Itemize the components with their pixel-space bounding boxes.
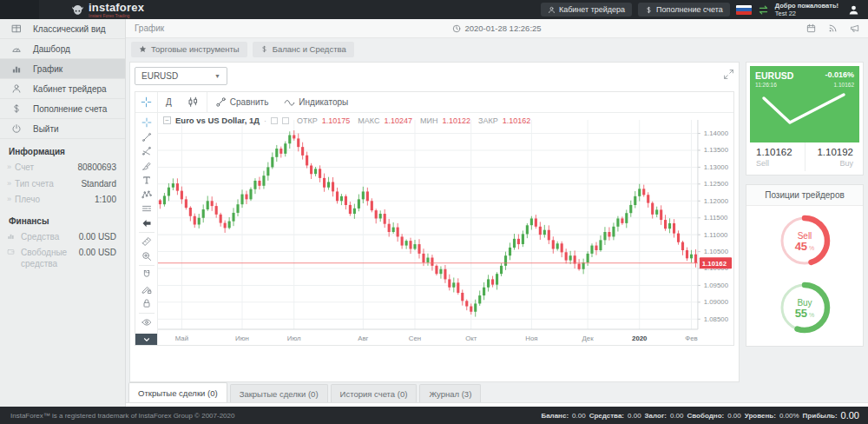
trend-line-tool-button[interactable]: [135, 130, 157, 145]
high-label: МАКС: [358, 116, 379, 125]
balance-funds-button[interactable]: Баланс и Средства: [253, 42, 354, 57]
text-tool-button[interactable]: [135, 173, 157, 188]
timeframe-button[interactable]: Д: [158, 92, 180, 112]
eye-tool-button[interactable]: [135, 315, 157, 330]
crosshair-tool-button[interactable]: [135, 92, 158, 112]
zoom-in-tool-button[interactable]: [135, 249, 157, 264]
sell-percent-unit: %: [809, 245, 814, 251]
sidebar-item-0[interactable]: Классический вид: [0, 19, 125, 39]
chart-legend: − Euro vs US Dollar, 1Д · ОТКР 1.10175 М…: [163, 116, 530, 125]
indicators-button[interactable]: Индикаторы: [276, 92, 356, 112]
xabcd-pattern-tool-button[interactable]: [135, 188, 157, 202]
language-flag-russian[interactable]: [736, 5, 752, 15]
svg-text:1.09500: 1.09500: [704, 282, 729, 289]
stat-value: 0.00: [670, 412, 684, 420]
forecast-tool-button[interactable]: [135, 202, 157, 216]
quote-symbol: EURUSD: [755, 70, 793, 81]
svg-text:1.12000: 1.12000: [704, 197, 729, 205]
deposit-label: Пополнение счета: [656, 5, 723, 14]
brush-tool-button[interactable]: [135, 159, 157, 174]
sidebar-item-1[interactable]: Дашборд: [0, 39, 125, 59]
tab-2[interactable]: История счета (0): [331, 384, 418, 402]
person-icon: [0, 83, 33, 94]
toolbar-collapse-button[interactable]: [135, 334, 157, 345]
buy-price: 1.10192: [812, 147, 854, 157]
chevrons-icon: »: [7, 195, 11, 203]
stat-value: 0.00%: [779, 412, 799, 420]
sidebar-item-5[interactable]: Выйти: [0, 119, 125, 139]
drawing-toolbar: [135, 113, 158, 345]
info-value: Standard: [81, 179, 116, 189]
calendar-icon[interactable]: [806, 23, 816, 33]
grid-icon: [0, 23, 33, 34]
legend-collapse-icon[interactable]: −: [163, 116, 171, 124]
tab-3[interactable]: Журнал (3): [419, 384, 481, 402]
close-value: 1.10162: [503, 116, 531, 125]
sidebar-item-3[interactable]: Кабинет трейдера: [0, 79, 125, 99]
indicators-icon: [284, 96, 295, 108]
sell-quote-button[interactable]: 1.10162 Sell: [750, 142, 805, 171]
swap-accounts-button[interactable]: [758, 4, 769, 16]
symbol-select[interactable]: EURUSD ▼: [135, 67, 227, 85]
open-value: 1.10175: [322, 116, 351, 125]
sell-positions-donut: Sell 45%: [776, 212, 833, 273]
arrow-mark-tool-button[interactable]: [135, 216, 157, 231]
power-icon: [0, 123, 33, 134]
sub-toolbar: Торговые инструменты Баланс и Средства: [126, 38, 868, 60]
fullscreen-button[interactable]: [723, 69, 734, 80]
sidebar-info-row: Средства0.00 USD: [0, 229, 125, 246]
dollar-icon: [260, 45, 268, 53]
sell-label: Sell: [756, 159, 799, 168]
magnet-tool-button[interactable]: [135, 268, 157, 282]
svg-text:Июл: Июл: [287, 335, 301, 342]
rss-icon[interactable]: [828, 23, 838, 33]
buy-quote-button[interactable]: 1.10192 Buy: [805, 142, 860, 171]
stat-label: Баланс:: [541, 412, 569, 420]
quote-sparkline: [755, 88, 852, 131]
deposit-button[interactable]: Пополнение счета: [638, 3, 730, 17]
footer: InstaForex™ is a registered trademark of…: [0, 407, 868, 424]
tab-1[interactable]: Закрытые сделки (0): [230, 384, 328, 402]
buy-percent: 55: [795, 307, 807, 320]
quote-change-percent: -0.016%: [825, 70, 854, 81]
page-title: График: [135, 23, 164, 33]
quote-card[interactable]: EURUSD -0.016% 11:26:16 1.10162: [746, 62, 864, 176]
trader-cabinet-button[interactable]: Кабинет трейдера: [541, 3, 632, 17]
hamburger-menu-button[interactable]: [0, 0, 39, 19]
chart-style-button[interactable]: [180, 92, 207, 112]
high-value: 1.10247: [385, 116, 413, 125]
svg-text:1.09000: 1.09000: [704, 298, 729, 306]
symbol-select-value: EURUSD: [141, 71, 178, 81]
svg-text:Сен: Сен: [409, 335, 421, 342]
announcement-icon[interactable]: [850, 23, 859, 33]
tab-0[interactable]: Открытые сделки (0): [128, 382, 227, 402]
sidebar-finance-title: Финансы: [0, 209, 125, 229]
svg-text:1.12500: 1.12500: [704, 180, 729, 188]
sidebar-item-4[interactable]: Пополнение счета: [0, 99, 125, 119]
svg-text:Авг: Авг: [358, 335, 368, 342]
sidebar-item-label: Дашборд: [33, 44, 70, 54]
sidebar-info-row: »Счет80800693: [0, 160, 125, 176]
stat-value: 0.00: [572, 412, 586, 420]
info-value: 80800693: [78, 162, 117, 172]
lock-tool-button[interactable]: [135, 296, 157, 311]
user-avatar-button[interactable]: [848, 4, 859, 16]
candlestick-chart[interactable]: 1.140001.135001.130001.125001.120001.115…: [158, 113, 733, 345]
drawing-lock-tool-button[interactable]: [135, 282, 157, 297]
sidebar-info-row: »Тип счетаStandard: [0, 176, 125, 193]
legend-box-icon-1[interactable]: [271, 117, 278, 124]
compare-button[interactable]: Сравнить: [207, 92, 277, 112]
swap-icon: [758, 4, 769, 16]
bottom-tabs: Открытые сделки (0)Закрытые сделки (0)Ис…: [126, 382, 868, 402]
sidebar-info-row: Свободные средства0.00 USD: [0, 245, 125, 272]
legend-box-icon-2[interactable]: [282, 117, 289, 124]
ruler-tool-button[interactable]: [135, 235, 157, 249]
chart-plot-area[interactable]: 1.140001.135001.130001.125001.120001.115…: [158, 113, 733, 345]
chart-widget: Д Сравнить Индикаторы: [135, 91, 734, 346]
fib-lines-tool-button[interactable]: [135, 144, 157, 159]
low-label: МИН: [420, 116, 437, 125]
svg-text:1.13500: 1.13500: [704, 146, 729, 154]
trading-instruments-button[interactable]: Торговые инструменты: [131, 42, 247, 57]
sidebar-item-2[interactable]: График: [0, 59, 125, 79]
crosshair-tool-button[interactable]: [135, 116, 157, 130]
